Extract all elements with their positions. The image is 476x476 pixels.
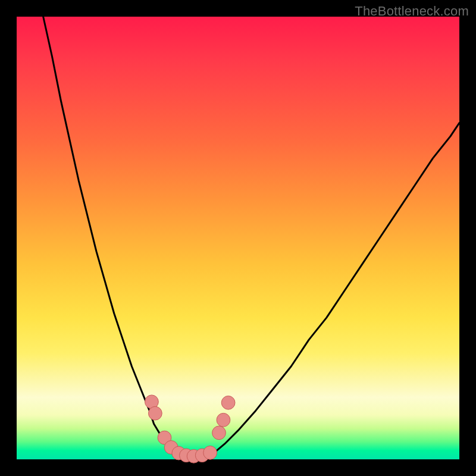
outer-frame: TheBottleneck.com <box>0 0 476 476</box>
chart-svg <box>17 17 459 459</box>
bottleneck-curve <box>43 17 459 457</box>
watermark-text: TheBottleneck.com <box>355 4 469 19</box>
data-marker <box>203 446 217 459</box>
data-marker <box>212 426 226 440</box>
marker-layer <box>145 395 235 463</box>
data-marker <box>148 406 162 420</box>
curve-layer <box>43 17 459 457</box>
data-marker <box>221 396 235 409</box>
plot-area <box>17 17 459 459</box>
data-marker <box>217 413 230 427</box>
